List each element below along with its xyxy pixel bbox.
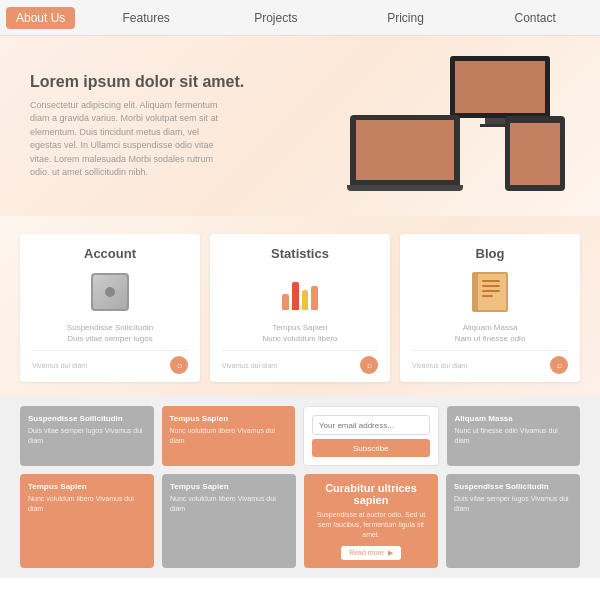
monitor-screen bbox=[450, 56, 550, 118]
cell-text-r1c1: Duis vitae semper lugos Vivamus dui diam bbox=[28, 426, 146, 446]
feature-icon-area-account bbox=[32, 269, 188, 314]
tablet-device bbox=[505, 116, 565, 191]
chart-icon bbox=[280, 272, 320, 312]
grid-cell-r1c1: Suspendisse Sollicitudin Duis vitae semp… bbox=[20, 406, 154, 466]
feature-card-statistics: Statistics Tempus Sapien Nunc volutdum l… bbox=[210, 234, 390, 382]
book-lines bbox=[474, 274, 506, 304]
feature-icon-area-blog bbox=[412, 269, 568, 314]
tablet-body bbox=[505, 116, 565, 191]
cell-text-r1c2: Nunc volutdum libero Vivamus dui diam bbox=[170, 426, 288, 446]
cell-text-r2c1: Nunc volutdum libero Vivamus dui diam bbox=[28, 494, 146, 514]
search-button-statistics[interactable]: ⌕ bbox=[360, 356, 378, 374]
feature-footer-account: Vivamus dui diam ⌕ bbox=[32, 350, 188, 374]
nav-item-contact[interactable]: Contact bbox=[470, 3, 600, 33]
nav-item-features[interactable]: Features bbox=[81, 3, 211, 33]
feature-title-account: Account bbox=[32, 246, 188, 261]
features-section: Account Suspendisse Sollicitudin Duis vi… bbox=[0, 216, 600, 396]
hero-title: Lorem ipsum dolor sit amet. bbox=[30, 73, 340, 91]
laptop-base bbox=[347, 185, 463, 191]
feature-link-blog[interactable]: Vivamus dui diam bbox=[412, 362, 467, 369]
book-line-4 bbox=[482, 295, 493, 297]
hero-description: Consectetur adipiscing elit. Aliquam fer… bbox=[30, 99, 230, 180]
grid-row-2: Tempus Sapien Nunc volutdum libero Vivam… bbox=[20, 474, 580, 567]
cell-large-title-r2c3: Curabitur ultrices sapien bbox=[312, 482, 430, 506]
search-button-blog[interactable]: ⌕ bbox=[550, 356, 568, 374]
laptop-device bbox=[350, 115, 460, 191]
grid-row-1: Suspendisse Sollicitudin Duis vitae semp… bbox=[20, 406, 580, 466]
hero-text: Lorem ipsum dolor sit amet. Consectetur … bbox=[30, 73, 340, 180]
chart-bar-1 bbox=[282, 294, 289, 310]
feature-title-blog: Blog bbox=[412, 246, 568, 261]
grid-cell-r2c4: Suspendisse Sollicitudin Duis vitae semp… bbox=[446, 474, 580, 567]
search-icon: ⌕ bbox=[177, 360, 182, 370]
grid-cell-r1c2: Tempus Sapien Nunc volutdum libero Vivam… bbox=[162, 406, 296, 466]
nav-item-pricing[interactable]: Pricing bbox=[341, 3, 471, 33]
cell-large-text-r2c3: Suspendisse at auctor odio. Sed ut sem f… bbox=[312, 510, 430, 539]
tablet-screen bbox=[510, 123, 560, 185]
read-more-label: Read more bbox=[349, 549, 384, 556]
cell-text-r2c2: Nunc volutdum libero Vivamus dui diam bbox=[170, 494, 288, 514]
bottom-section: Suspendisse Sollicitudin Duis vitae semp… bbox=[0, 396, 600, 577]
search-icon-stats: ⌕ bbox=[367, 360, 372, 370]
feature-link-statistics[interactable]: Vivamus dui diam bbox=[222, 362, 277, 369]
feature-card-blog: Blog Aliquam Massa Nam ut finesse odio V… bbox=[400, 234, 580, 382]
laptop-screen-inner bbox=[356, 120, 454, 180]
hero-section: Lorem ipsum dolor sit amet. Consectetur … bbox=[0, 36, 600, 216]
feature-link-account[interactable]: Vivamus dui diam bbox=[32, 362, 87, 369]
monitor-screen-inner bbox=[455, 61, 545, 113]
search-button-account[interactable]: ⌕ bbox=[170, 356, 188, 374]
chart-bar-2 bbox=[292, 282, 299, 310]
read-more-button[interactable]: Read more ▶ bbox=[341, 546, 401, 560]
grid-cell-r1c3: Subscribe bbox=[303, 406, 439, 466]
feature-desc-account: Suspendisse Sollicitudin Duis vitae semp… bbox=[32, 322, 188, 344]
feature-footer-statistics: Vivamus dui diam ⌕ bbox=[222, 350, 378, 374]
cell-title-r1c4: Aliquam Massa bbox=[455, 414, 573, 423]
book-line-1 bbox=[482, 280, 500, 282]
feature-desc-statistics: Tempus Sapien Nunc volutdum libero bbox=[222, 322, 378, 344]
grid-cell-r1c4: Aliquam Massa Nunc ut finesse odio Vivam… bbox=[447, 406, 581, 466]
feature-card-account: Account Suspendisse Sollicitudin Duis vi… bbox=[20, 234, 200, 382]
grid-cell-r2c2: Tempus Sapien Nunc volutdum libero Vivam… bbox=[162, 474, 296, 567]
nav-item-about[interactable]: About Us bbox=[6, 7, 75, 29]
cell-text-r2c4: Duis vitae semper lugos Vivamus dui diam bbox=[454, 494, 572, 514]
grid-cell-r2c3: Curabitur ultrices sapien Suspendisse at… bbox=[304, 474, 438, 567]
feature-icon-area-statistics bbox=[222, 269, 378, 314]
laptop-screen bbox=[350, 115, 460, 185]
cell-text-r1c4: Nunc ut finesse odio Vivamus dui diam bbox=[455, 426, 573, 446]
book-line-2 bbox=[482, 285, 500, 287]
chart-bar-4 bbox=[311, 286, 318, 310]
feature-desc-blog: Aliquam Massa Nam ut finesse odio bbox=[412, 322, 568, 344]
feature-footer-blog: Vivamus dui diam ⌕ bbox=[412, 350, 568, 374]
arrow-icon: ▶ bbox=[388, 549, 393, 557]
cell-title-r2c4: Suspendisse Sollicitudin bbox=[454, 482, 572, 491]
email-input[interactable] bbox=[312, 415, 430, 435]
hero-devices bbox=[340, 51, 570, 201]
feature-title-statistics: Statistics bbox=[222, 246, 378, 261]
safe-icon bbox=[91, 273, 129, 311]
cell-title-r1c1: Suspendisse Sollicitudin bbox=[28, 414, 146, 423]
search-icon-blog: ⌕ bbox=[557, 360, 562, 370]
chart-bar-3 bbox=[302, 290, 309, 310]
navigation: About Us Features Projects Pricing Conta… bbox=[0, 0, 600, 36]
book-icon bbox=[472, 272, 508, 312]
cell-title-r2c2: Tempus Sapien bbox=[170, 482, 288, 491]
book-line-3 bbox=[482, 290, 500, 292]
nav-item-projects[interactable]: Projects bbox=[211, 3, 341, 33]
subscribe-button[interactable]: Subscribe bbox=[312, 439, 430, 457]
cell-title-r1c2: Tempus Sapien bbox=[170, 414, 288, 423]
grid-cell-r2c1: Tempus Sapien Nunc volutdum libero Vivam… bbox=[20, 474, 154, 567]
cell-title-r2c1: Tempus Sapien bbox=[28, 482, 146, 491]
